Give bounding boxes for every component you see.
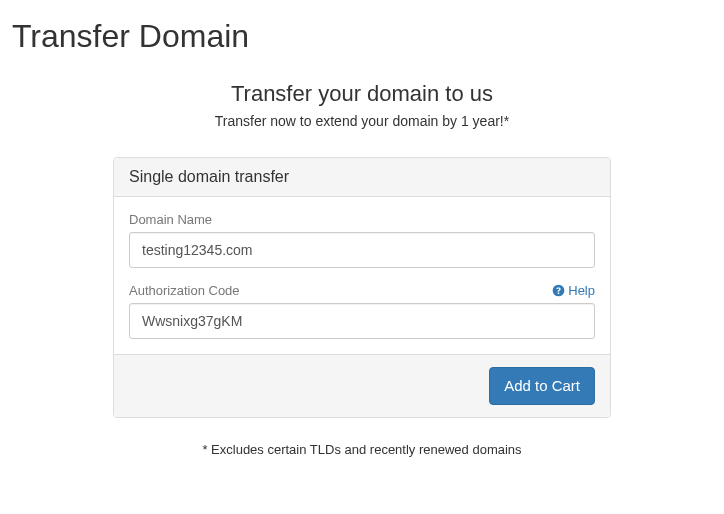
domain-name-group: Domain Name [129, 212, 595, 268]
panel-body: Domain Name Authorization Code Help [114, 197, 610, 354]
auth-code-input[interactable] [129, 303, 595, 339]
help-link[interactable]: Help [552, 283, 595, 298]
add-to-cart-button[interactable]: Add to Cart [489, 367, 595, 405]
page-title: Transfer Domain [0, 0, 724, 63]
domain-name-label: Domain Name [129, 212, 212, 227]
help-link-label: Help [568, 283, 595, 298]
hero-subheadline: Transfer now to extend your domain by 1 … [0, 113, 724, 129]
panel-heading: Single domain transfer [114, 158, 610, 197]
hero-headline: Transfer your domain to us [0, 81, 724, 107]
auth-code-group: Authorization Code Help [129, 283, 595, 339]
help-icon [552, 284, 565, 297]
content-wrap: Transfer your domain to us Transfer now … [0, 63, 724, 457]
domain-name-input[interactable] [129, 232, 595, 268]
transfer-panel: Single domain transfer Domain Name Autho… [113, 157, 611, 418]
panel-footer: Add to Cart [114, 354, 610, 417]
disclaimer-text: * Excludes certain TLDs and recently ren… [0, 442, 724, 457]
auth-code-label: Authorization Code [129, 283, 240, 298]
